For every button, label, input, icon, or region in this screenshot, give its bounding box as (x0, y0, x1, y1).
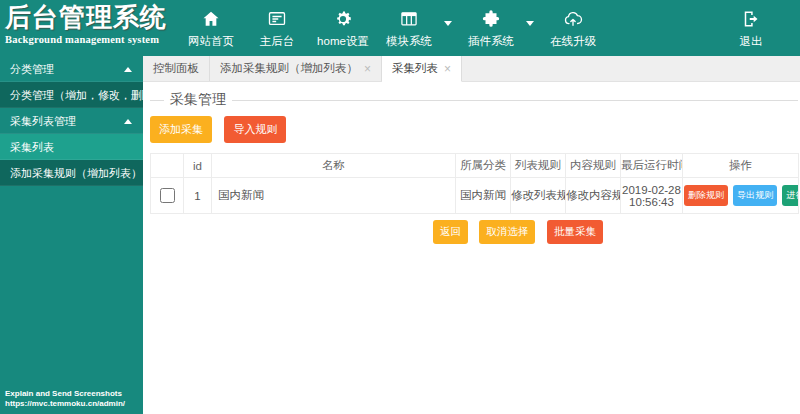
close-icon[interactable]: × (364, 63, 371, 75)
grid-icon (398, 8, 420, 30)
sidebar-item-collect-list-management[interactable]: 采集列表管理 (0, 108, 143, 134)
app-title: 后台管理系统 (5, 2, 178, 32)
export-rule-button[interactable]: 导出规则 (733, 185, 777, 206)
app-logo: 后台管理系统 Background management system (0, 0, 178, 56)
sidebar-item-category-management[interactable]: 分类管理 (0, 56, 143, 82)
table-header-row: id 名称 所属分类 列表规则 内容规则 最后运行时间 操作 (151, 154, 799, 178)
section-legend: 采集管理 (150, 92, 798, 108)
header-content-rule: 内容规则 (566, 154, 621, 178)
header-name: 名称 (212, 154, 456, 178)
header-id: id (184, 154, 212, 178)
app-header: 后台管理系统 Background management system 网站首页… (0, 0, 800, 56)
cloud-upload-icon (562, 8, 584, 30)
nav-item-site-home[interactable]: 网站首页 (178, 0, 244, 56)
chevron-down-icon[interactable] (444, 21, 452, 26)
chevron-down-icon[interactable] (526, 21, 534, 26)
sidebar-item-label: 采集列表 (10, 141, 54, 153)
tab-control-panel[interactable]: 控制面板 (143, 56, 210, 81)
home-icon (200, 8, 222, 30)
cell-checkbox (151, 178, 184, 214)
chevron-up-icon (124, 119, 132, 124)
header-checkbox (151, 154, 184, 178)
nav-item-label: 在线升级 (550, 34, 596, 49)
sidebar-item-label: 采集列表管理 (10, 115, 76, 127)
cell-category: 国内新闻 (456, 178, 511, 214)
cell-list-rule-link[interactable]: 修改列表规则 (511, 178, 566, 214)
import-rule-button[interactable]: 导入规则 (224, 116, 286, 143)
close-icon[interactable]: × (444, 63, 451, 75)
exit-icon (740, 8, 762, 30)
batch-actions: 返回 取消选择 批量采集 (433, 220, 798, 244)
legend-line (150, 100, 164, 101)
delete-rule-button[interactable]: 删除规则 (684, 185, 728, 206)
logout-button[interactable]: 退出 (718, 0, 784, 56)
overlay-line2: https://mvc.temmoku.cn/admin/ (5, 399, 125, 409)
run-collect-button[interactable]: 进行采集 (782, 185, 798, 206)
sidebar-item-add-collect-rule[interactable]: 添加采集规则（增加列表） (0, 160, 143, 186)
tab-add-collect-rule[interactable]: 添加采集规则（增加列表） × (210, 56, 382, 81)
last-run-clock: 10:56:43 (621, 196, 682, 208)
sidebar-item-label: 添加采集规则（增加列表） (10, 167, 142, 179)
cancel-select-button[interactable]: 取消选择 (479, 220, 535, 244)
logout-label: 退出 (740, 34, 763, 49)
screenshot-extension-overlay: Explain and Send Screenshots https://mvc… (5, 389, 125, 409)
app-window: 后台管理系统 Background management system 网站首页… (0, 0, 800, 414)
chevron-up-icon (124, 67, 132, 72)
puzzle-icon (480, 8, 502, 30)
sidebar: 分类管理 分类管理（增加，修改，删除） 采集列表管理 采集列表 添加采集规则（增… (0, 56, 143, 414)
cell-last-run-time: 2019-02-28 10:56:43 (621, 178, 683, 214)
add-collect-button[interactable]: 添加采集 (150, 116, 212, 143)
tab-label: 控制面板 (153, 61, 199, 76)
sidebar-item-label: 分类管理 (10, 63, 54, 75)
nav-item-label: home设置 (317, 34, 369, 49)
nav-item-label: 网站首页 (188, 34, 234, 49)
section-title: 采集管理 (164, 91, 232, 109)
overlay-line1: Explain and Send Screenshots (5, 389, 125, 399)
legend-line (232, 100, 798, 101)
nav-item-plugin-system[interactable]: 插件系统 (458, 0, 524, 56)
back-button[interactable]: 返回 (433, 220, 468, 244)
sidebar-item-category-crud[interactable]: 分类管理（增加，修改，删除） (0, 82, 143, 108)
sidebar-item-collect-list[interactable]: 采集列表 (0, 134, 143, 160)
nav-item-label: 主后台 (260, 34, 295, 49)
row-checkbox[interactable] (160, 188, 175, 203)
tab-bar: 控制面板 添加采集规则（增加列表） × 采集列表 × (143, 56, 800, 82)
last-run-date: 2019-02-28 (621, 184, 682, 196)
cell-name: 国内新闻 (212, 178, 456, 214)
tab-label: 添加采集规则（增加列表） (220, 61, 358, 76)
header-category: 所属分类 (456, 154, 511, 178)
header-last-run: 最后运行时间 (621, 154, 683, 178)
cell-content-rule-link[interactable]: 修改内容规则 (566, 178, 621, 214)
window-icon (266, 8, 288, 30)
header-actions: 操作 (683, 154, 799, 178)
gear-icon (332, 8, 354, 30)
collect-table: id 名称 所属分类 列表规则 内容规则 最后运行时间 操作 (150, 153, 799, 214)
sidebar-item-label: 分类管理（增加，修改，删除） (10, 89, 143, 101)
nav-item-label: 模块系统 (386, 34, 432, 49)
nav-item-module-system[interactable]: 模块系统 (376, 0, 442, 56)
cell-id: 1 (184, 178, 212, 214)
tab-collect-list[interactable]: 采集列表 × (382, 56, 462, 82)
header-list-rule: 列表规则 (511, 154, 566, 178)
batch-collect-button[interactable]: 批量采集 (547, 220, 603, 244)
table-row: 1 国内新闻 国内新闻 修改列表规则 修改内容规则 2019-02-28 10:… (151, 178, 799, 214)
nav-item-label: 插件系统 (468, 34, 514, 49)
nav-item-online-upgrade[interactable]: 在线升级 (540, 0, 606, 56)
nav-item-main-backend[interactable]: 主后台 (244, 0, 310, 56)
top-nav: 网站首页 主后台 home设置 (178, 0, 606, 56)
app-subtitle: Background management system (5, 34, 178, 45)
nav-item-home-settings[interactable]: home设置 (310, 0, 376, 56)
content-area: 采集管理 添加采集 导入规则 id (143, 82, 800, 414)
toolbar: 添加采集 导入规则 (150, 116, 798, 143)
tab-label: 采集列表 (392, 61, 438, 76)
cell-actions: 删除规则 导出规则 进行采集 (683, 178, 799, 214)
